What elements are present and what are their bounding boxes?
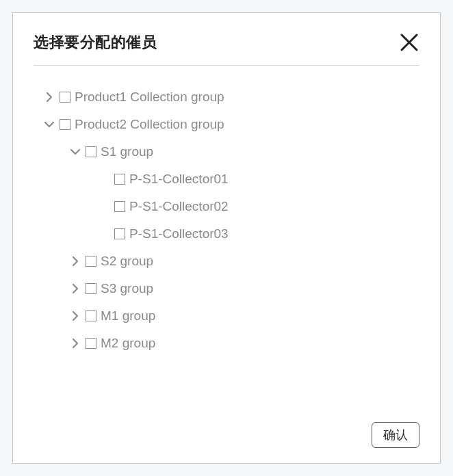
tree-node-label: P-S1-Collector03 [129,226,229,241]
tree-node: S2 group [34,248,419,275]
collector-tree: Product1 Collection groupProduct2 Collec… [34,66,419,415]
checkbox[interactable] [86,338,96,349]
tree-node-label: M1 group [101,308,155,323]
chevron-right-icon[interactable] [69,255,81,267]
tree-node: P-S1-Collector01 [34,166,419,193]
chevron-down-icon[interactable] [69,146,81,158]
dialog-title: 选择要分配的催员 [34,32,157,53]
checkbox[interactable] [114,174,125,185]
tree-node-label: S1 group [101,144,153,159]
dialog-header: 选择要分配的催员 [34,32,419,66]
chevron-right-icon[interactable] [69,282,81,295]
tree-node: S3 group [34,275,419,302]
tree-node: P-S1-Collector02 [34,193,419,220]
tree-node-label: M2 group [101,336,155,351]
tree-node: S1 group [34,138,419,166]
tree-node: M2 group [34,330,419,357]
close-icon[interactable] [399,32,419,53]
select-collector-dialog: 选择要分配的催员 Product1 Collection groupProduc… [12,12,441,464]
tree-node-label: S2 group [101,254,153,269]
checkbox[interactable] [86,146,96,157]
checkbox[interactable] [60,119,70,130]
tree-node-label: S3 group [101,281,153,296]
checkbox[interactable] [86,256,96,267]
tree-node: P-S1-Collector03 [34,220,419,248]
tree-node: Product1 Collection group [34,83,419,111]
confirm-button[interactable]: 确认 [372,422,419,448]
dialog-footer: 确认 [34,415,419,448]
tree-node-label: Product2 Collection group [75,117,224,132]
tree-node: M1 group [34,302,419,330]
checkbox[interactable] [114,228,125,239]
checkbox[interactable] [60,92,70,103]
checkbox[interactable] [86,310,96,321]
checkbox[interactable] [114,201,125,212]
chevron-right-icon[interactable] [69,310,81,322]
chevron-down-icon[interactable] [43,118,55,131]
tree-node-label: P-S1-Collector01 [129,172,229,187]
checkbox[interactable] [86,283,96,294]
tree-node: Product2 Collection group [34,111,419,138]
chevron-right-icon[interactable] [69,337,81,349]
tree-node-label: Product1 Collection group [75,90,224,105]
tree-node-label: P-S1-Collector02 [129,199,229,214]
chevron-right-icon[interactable] [43,91,55,103]
